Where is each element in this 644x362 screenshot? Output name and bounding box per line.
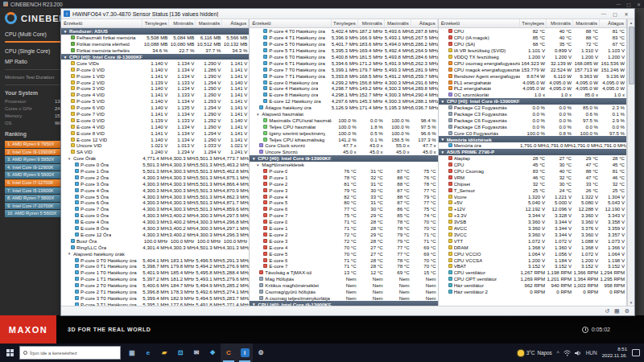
sensor-row[interactable]: CPU (SA)68 °C35 °C72 °C67 °C (439, 41, 626, 47)
column-header-value[interactable]: Maximális (573, 19, 600, 27)
sensor-row[interactable]: P-core 4 T1 Hatékony óra5,396.9 MHz166.9… (250, 35, 437, 41)
scrollbar[interactable]: ▲ ▼ (627, 19, 634, 306)
sensor-row[interactable]: +12V12.192 V12.096 V12.288 V12.190 V (439, 206, 626, 212)
tree-expand-icon[interactable]: ▾ (67, 251, 72, 256)
sensor-row[interactable]: Package C6 Fogyasztás0.0 %0.0 %97.5 %2.9… (439, 117, 626, 123)
sensor-row[interactable]: CPU ventilátor1,267 RPM1,198 RPM1,366 RP… (439, 269, 626, 276)
sensor-row[interactable]: CPU45 °C30 °C47 °C45 °C (439, 162, 626, 168)
sensor-row[interactable]: 3VCC3.360 V3.344 V3.360 V3.357 V (439, 232, 626, 238)
sensor-row[interactable]: P-core 6 Óra4,300.3 MHz4,300.3 MHz5,501.… (61, 200, 249, 206)
sensor-row[interactable]: Mag HőfojtásNemNemNemNem (250, 276, 437, 282)
sensor-row[interactable]: P-core 1 T1 Hatékony óra5,397.2 MHz181.2… (61, 276, 249, 282)
sensor-row[interactable]: P-core 5 T1 Hatékony óra5,395.3 MHz169.4… (250, 47, 437, 54)
sensor-row[interactable]: P-core 7 VID1.141 V1.134 V1.290 V1.141 V (61, 111, 249, 117)
sensor-row[interactable]: P-core 178 °C32 °C88 °C76 °C (250, 174, 437, 180)
sensor-row[interactable]: P-core 3 T0 Hatékony óra5,399.4 MHz182.9… (61, 294, 249, 301)
sensor-row[interactable]: Távolság a TjMAX-tól13 °C12 °C69 °C15 °C (250, 269, 437, 276)
sensor-row[interactable]: P-core 6 T1 Hatékony óra5,394.6 MHz171.2… (250, 60, 437, 66)
sensor-row[interactable]: CPU VCCIO1.064 V1.056 V1.072 V1.064 V (439, 250, 626, 257)
column-header-value[interactable]: Tényleges (142, 19, 169, 27)
sensor-row[interactable]: E-core 671 °C28 °C78 °C70 °C (250, 257, 437, 263)
column-header-sensor[interactable]: Érzékelő (439, 19, 520, 27)
column-header-value[interactable]: Átlagos (411, 19, 438, 27)
sensor-row[interactable]: Csomag/gyűrű hőfojtásNemNemNemNem (250, 289, 437, 295)
sensor-row[interactable]: Igény szerinti teljesítmény100.0 %0.5 %1… (250, 130, 437, 136)
sensor-row[interactable]: P-core 076 °C31 °C87 °C75 °C (250, 168, 437, 175)
sensor-row[interactable]: Átlagos hatékony óra5,126.9 MHz171.4 MHz… (250, 105, 437, 111)
sensor-row[interactable]: Package C2 Fogyasztás0.0 %0.0 %85.0 %2.3… (439, 105, 626, 111)
sensor-row[interactable]: Package C8 Fogyasztás0.0 %0.0 %0.0 %0.0 … (439, 123, 626, 130)
scrollbar-thumb[interactable] (629, 27, 634, 84)
tree-expand-icon[interactable]: ▾ (255, 112, 260, 117)
tree-expand-icon[interactable]: ▾ (440, 137, 445, 142)
taskbar-app-settings[interactable]: ⚙ (253, 343, 269, 362)
sensor-row[interactable]: PL2 energiahatár4,095.0 W4,095.0 W4,095.… (439, 85, 626, 92)
taskbar-app-photos[interactable]: ❖ (204, 343, 221, 362)
sensor-row[interactable]: Felhasznált fizikai memória5,508 MB5,084… (61, 35, 249, 41)
sensor-row[interactable]: E-core 470 °C27 °C77 °C69 °C (250, 244, 437, 250)
sensor-row[interactable]: E-core 8 VID1.141 V1.134 V1.294 V1.141 V (61, 130, 249, 136)
sensor-row[interactable]: CPU OPT ventilátor1,269 RPM1,201 RPM1,36… (439, 276, 626, 282)
notification-center-icon[interactable] (632, 349, 640, 356)
sensor-row[interactable]: CPU VCCSA1.200 V1.184 V1.200 V1.198 V (439, 257, 626, 263)
tree-expand-icon[interactable]: ▾ (440, 150, 445, 154)
volume-icon[interactable] (575, 350, 582, 356)
taskbar-app-hwinfo[interactable]: i (237, 343, 253, 362)
sensor-row[interactable]: CPU Csomag83 °C40 °C88 °C81 °C (439, 168, 626, 175)
sensor-row[interactable]: +5V5.040 V5.000 V5.080 V5.043 V (439, 200, 626, 206)
taskbar-app-cinebench[interactable]: C (221, 343, 237, 362)
sensor-row[interactable]: E-core 8 Hatékony óra4,298.1 MHz152.7 MH… (250, 92, 437, 98)
tree-expand-icon[interactable]: ▾ (63, 55, 68, 60)
sensor-row[interactable]: SA VID1.240 V1.234 V1.294 V1.241 V (61, 149, 249, 155)
sensor-row[interactable]: P-core 6 VID1.140 V1.135 V1.294 V1.141 V (61, 105, 249, 111)
sensor-row[interactable]: Teljes CPU kihasználtság141.2 %0.1 %156.… (250, 136, 437, 142)
sensor-row[interactable]: P-core 4 Óra4,300.3 MHz4,300.3 MHz5,501.… (61, 187, 249, 193)
sensor-row[interactable]: PL1 energiahatár4,095.0 W4,095.0 W4,095.… (439, 79, 626, 85)
tree-expand-icon[interactable]: ▾ (440, 99, 445, 104)
close-icon[interactable]: ✕ (621, 10, 632, 19)
column-header-value[interactable]: Tényleges (332, 19, 358, 27)
sensor-row[interactable]: E-core 12 Hatékony óra4,297.6 MHz145.3 M… (250, 98, 437, 105)
sensor-row[interactable]: Chipset32 °C30 °C33 °C32 °C (439, 180, 626, 187)
sensor-row[interactable]: T_Sensor25 °C24 °C26 °C25 °C (439, 187, 626, 193)
sensor-row[interactable]: E-core 171 °C28 °C78 °C70 °C (250, 225, 437, 232)
sensor-row[interactable]: VDDQ TX feszültség1.200 V1.200 V1.200 V1… (439, 54, 626, 60)
sensor-group-row[interactable]: ▾CPU [#0]: Intel Core i9-13900KF (439, 98, 626, 105)
sensor-row[interactable]: P-core 7 T1 Hatékony óra5,393.8 MHz168.5… (250, 72, 437, 79)
sensor-row[interactable]: Kritikus maghőmérsékletNemNemNemNem (250, 282, 437, 289)
sensor-row[interactable]: E-core 4 Óra4,300.3 MHz3,400.2 MHz4,300.… (61, 219, 249, 225)
sensor-row[interactable]: CPU (IA magok)85 °C40 °C88 °C83 °C (439, 35, 626, 41)
sensor-group-row[interactable]: ▾CPU [#0]: Intel Core i9-13900KF: DTS (250, 155, 437, 162)
minimize-icon[interactable]: — (598, 10, 609, 19)
sensor-row[interactable]: Vcore1.320 V1.221 V1.322 V1.304 V (439, 193, 626, 200)
sensor-subgroup-row[interactable]: ▾Core Órák4,771.4 MHz4,300.3 MHz5,501.3 … (61, 155, 249, 162)
sensor-row[interactable]: Rendszer Agent energiafogyasztás8.674 W6… (439, 72, 626, 79)
sensor-row[interactable]: P-core 4 VID1.141 V1.133 V1.290 V1.141 V (61, 92, 249, 98)
tree-expand-icon[interactable]: ▾ (251, 156, 256, 161)
sensor-row[interactable]: Package C3 Fogyasztás0.0 %0.0 %0.6 %0.1 … (439, 111, 626, 117)
sensor-row[interactable]: P-core 0 VID1.140 V1.134 V1.286 V1.141 V (61, 66, 249, 72)
sensor-row[interactable]: Uncore Szorzó45.0 x45.0 x45.0 x45.0 x (250, 149, 437, 155)
sensor-row[interactable]: +3.3V3.344 V3.328 V3.360 V3.343 V (439, 212, 626, 219)
sensor-row[interactable]: P-core 6 T0 Hatékony óra5,400.8 MHz181.5… (250, 54, 437, 60)
scroll-down-icon[interactable]: ▼ (628, 299, 634, 306)
sensor-row[interactable]: Teljes CPU használat100.0 %1.8 %100.0 %9… (250, 123, 437, 130)
sensor-row[interactable]: OC szorzókorlát1.0 x1.0 x85.0 x1.0 x (439, 92, 626, 98)
sensor-row[interactable]: E-core 0 Óra4,300.3 MHz3,400.2 MHz4,300.… (61, 212, 249, 219)
sensor-row[interactable]: CPU magok energiafogyasztása153.779 W22.… (439, 66, 626, 72)
taskbar-app-task-view[interactable]: ▦ (124, 343, 140, 362)
reset-values-icon[interactable]: ↺ (605, 308, 609, 314)
sensor-row[interactable]: CPU82 °C40 °C88 °C81 °C (439, 28, 626, 35)
sensor-subgroup-row[interactable]: ▾Alapvető hatékony órák (61, 250, 249, 257)
sensor-row[interactable]: P-core 1 VID1.141 V1.134 V1.290 V1.141 V (61, 72, 249, 79)
sensor-row[interactable]: P-core 580 °C31 °C87 °C77 °C (250, 200, 437, 206)
sensor-row[interactable]: E-core 4 Hatékony óra4,298.7 MHz149.2 MH… (250, 85, 437, 92)
sensor-row[interactable]: Memória óra1,791.0 MHz1,791.0 MHz1,791.0… (439, 142, 626, 149)
sensor-row[interactable]: VTT1.072 V1.072 V1.088 V1.073 V (439, 237, 626, 244)
sensor-group-row[interactable]: ▾Memória időzítések (439, 136, 626, 142)
column-header-value[interactable]: Minimális (358, 19, 385, 27)
sensor-row[interactable]: P-core 281 °C31 °C88 °C78 °C (250, 180, 437, 187)
language-indicator[interactable]: HUN (586, 350, 597, 356)
sensor-row[interactable]: E-core 570 °C27 °C77 °C69 °C (250, 250, 437, 257)
sensor-group-row[interactable]: ▾Rendszer: ASUS (61, 28, 249, 35)
